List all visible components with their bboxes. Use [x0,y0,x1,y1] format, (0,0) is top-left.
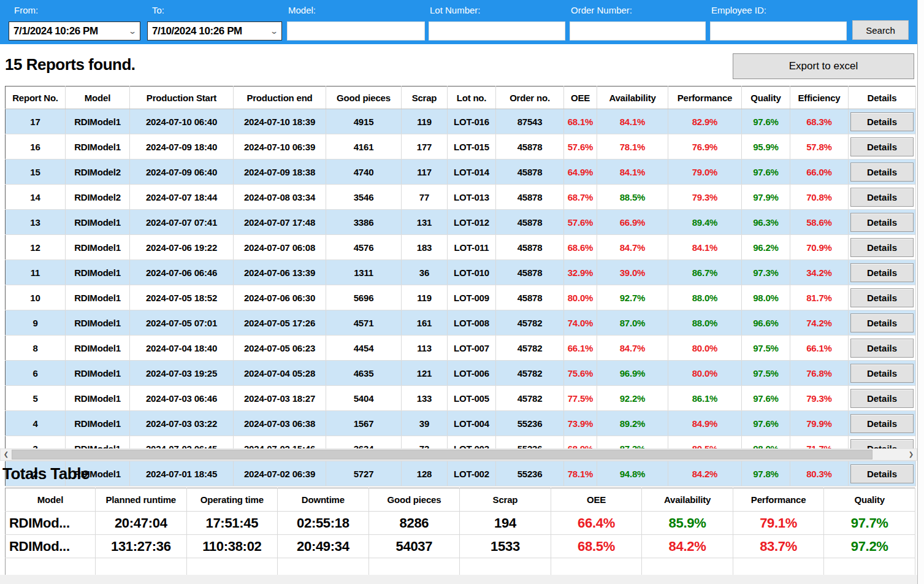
details-button[interactable]: Details [850,389,914,408]
details-button[interactable]: Details [850,163,914,182]
col-header-production-end[interactable]: Production end [234,86,326,109]
report-no-cell: 4 [6,411,66,436]
col-header-scrap[interactable]: Scrap [402,86,448,109]
col-header-details[interactable]: Details [849,86,916,109]
details-button[interactable]: Details [850,188,914,207]
details-cell: Details [849,285,916,310]
good-pieces-cell: 5696 [326,285,402,310]
col-header-performance[interactable]: Performance [668,86,742,109]
details-button[interactable]: Details [850,288,914,307]
lot-no-cell: LOT-008 [448,310,496,336]
col-header-lot-no[interactable]: Lot no. [448,86,496,109]
production-start-cell: 2024-07-03 06:46 [130,386,234,411]
to-date-picker[interactable]: 7/10/2024 10:26 PM ⌄ [147,21,282,40]
details-button[interactable]: Details [850,414,914,433]
table-row[interactable]: 14RDIModel22024-07-07 18:442024-07-08 03… [6,185,916,210]
availability-cell: 39.0% [597,260,668,285]
col-header-report-no[interactable]: Report No. [6,86,66,109]
details-button[interactable]: Details [850,137,914,156]
col-header-production-start[interactable]: Production Start [130,86,234,109]
details-button[interactable]: Details [850,313,914,332]
planned-runtime-cell: 131:27:36 [96,535,187,558]
table-row[interactable]: 11RDIModel12024-07-06 06:462024-07-06 13… [6,260,916,285]
oee-cell: 32.9% [564,260,597,285]
production-start-cell: 2024-07-04 18:40 [130,336,234,361]
scroll-right-icon[interactable]: ❯ [906,449,917,460]
order-no-cell: 45782 [496,361,564,386]
availability-cell: 84.7% [597,336,668,361]
model-cell: RDIMod... [6,535,96,558]
table-row[interactable]: 8RDIModel12024-07-04 18:402024-07-05 06:… [6,336,916,361]
details-button[interactable]: Details [850,339,914,358]
col-header-availability: Availability [642,488,733,512]
col-header-oee[interactable]: OEE [564,86,597,109]
vertical-scrollbar-gutter[interactable] [917,0,924,584]
table-row[interactable]: 6RDIModel12024-07-03 19:252024-07-04 05:… [6,361,916,386]
details-button[interactable]: Details [850,364,914,383]
oee-cell: 57.6% [564,134,597,159]
availability-cell: 78.1% [597,134,668,159]
from-date-picker[interactable]: 7/1/2024 10:26 PM ⌄ [9,21,140,40]
availability-cell: 94.8% [597,461,668,486]
table-row[interactable]: 9RDIModel12024-07-05 07:012024-07-05 17:… [6,310,916,336]
col-header-availability[interactable]: Availability [597,86,668,109]
efficiency-cell: 68.3% [790,109,849,134]
details-button[interactable]: Details [850,464,914,483]
scrollbar-thumb[interactable] [12,450,872,459]
scrap-cell: 36 [402,260,448,285]
good-pieces-cell: 4454 [326,336,402,361]
efficiency-cell: 70.9% [790,235,849,260]
table-row[interactable]: 13RDIModel12024-07-07 07:412024-07-07 17… [6,210,916,235]
table-row[interactable]: 15RDIModel22024-07-09 06:402024-07-09 18… [6,159,916,185]
efficiency-cell: 80.3% [790,461,849,486]
report-no-cell: 5 [6,386,66,411]
quality-cell: 96.6% [742,310,790,336]
performance-cell: 86.7% [668,260,742,285]
efficiency-cell: 76.8% [790,361,849,386]
search-button[interactable]: Search [852,20,909,40]
details-button[interactable]: Details [850,112,914,131]
col-header-order-no[interactable]: Order no. [496,86,564,109]
quality-cell: 97.6% [742,159,790,185]
col-header-good-pieces[interactable]: Good pieces [326,86,402,109]
table-row[interactable]: 5RDIModel12024-07-03 06:462024-07-03 18:… [6,386,916,411]
efficiency-cell: 81.7% [790,285,849,310]
col-header-quality[interactable]: Quality [742,86,790,109]
table-row[interactable]: 2RDIModel12024-07-01 18:452024-07-02 06:… [6,461,916,486]
scrap-cell: 131 [402,210,448,235]
employee-id-input[interactable] [710,21,847,40]
scroll-left-icon[interactable]: ❮ [1,449,12,460]
order-number-input[interactable] [570,21,706,40]
col-header-efficiency[interactable]: Efficiency [790,86,849,109]
chevron-down-icon: ⌄ [270,28,278,35]
lot-number-input[interactable] [429,21,565,40]
reports-found-count: 15 Reports found. [5,55,136,74]
export-to-excel-button[interactable]: Export to excel [733,53,914,79]
order-no-cell: 55236 [496,411,564,436]
quality-cell: 97.7% [824,512,915,535]
good-pieces-cell: 54037 [368,535,460,558]
efficiency-cell: 34.2% [790,260,849,285]
performance-cell: 84.2% [668,461,742,486]
good-pieces-cell: 4571 [326,310,402,336]
col-header-model[interactable]: Model [66,86,130,109]
production-start-cell: 2024-07-09 06:40 [130,159,234,185]
details-button[interactable]: Details [850,213,914,232]
operating-time-cell: 110:38:02 [186,535,278,558]
horizontal-scrollbar[interactable]: ❮ ❯ [0,448,917,461]
order-no-cell: 45782 [496,310,564,336]
details-button[interactable]: Details [850,238,914,257]
order-no-cell: 45878 [496,235,564,260]
scrap-cell: 77 [402,185,448,210]
table-row[interactable]: 16RDIModel12024-07-09 18:402024-07-10 06… [6,134,916,159]
table-row[interactable]: 17RDIModel12024-07-10 06:402024-07-10 18… [6,109,916,134]
oee-cell: 78.1% [564,461,597,486]
table-row[interactable]: 10RDIModel12024-07-05 18:522024-07-06 06… [6,285,916,310]
table-row[interactable]: 4RDIModel12024-07-03 03:222024-07-03 06:… [6,411,916,436]
details-button[interactable]: Details [850,263,914,282]
lot-no-cell: LOT-005 [448,386,496,411]
table-row[interactable]: 12RDIModel12024-07-06 19:222024-07-07 06… [6,235,916,260]
model-input[interactable] [287,21,425,40]
report-no-cell: 10 [6,285,66,310]
report-no-cell: 12 [6,235,66,260]
